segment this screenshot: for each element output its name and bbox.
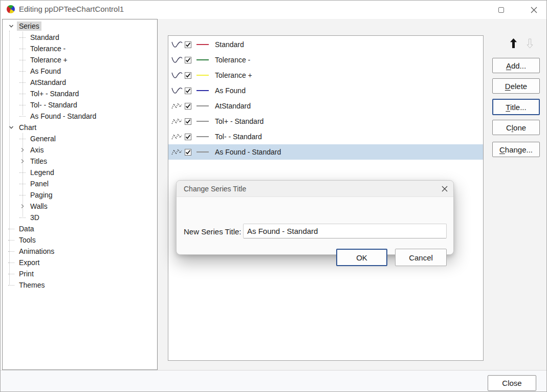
window-titlebar: Editing ppDPTeeChartControl1 <box>1 1 546 19</box>
tree-item-print[interactable]: Print <box>3 268 157 279</box>
tree-item-series[interactable]: Series <box>3 20 157 32</box>
dialog-body: New Series Title: OK Cancel <box>177 197 453 255</box>
series-visible-checkbox[interactable] <box>185 88 191 94</box>
tree-item-as-found-standard[interactable]: As Found - Standard <box>3 111 157 122</box>
series-name: Tolerance - <box>215 56 250 64</box>
series-row-as-found-standard[interactable]: As Found - Standard <box>168 144 483 160</box>
check-icon <box>185 42 191 48</box>
tree-item-as-found[interactable]: As Found <box>3 66 157 77</box>
check-icon <box>185 119 191 124</box>
tree-item-tolerance[interactable]: Tolerance + <box>3 54 157 66</box>
series-row-tol-standard[interactable]: Tol- - Standard <box>168 129 483 144</box>
close-icon <box>442 186 448 192</box>
series-row-tol-standard[interactable]: Tol+ - Standard <box>168 114 483 129</box>
series-name: Tolerance + <box>215 71 252 79</box>
cancel-button[interactable]: Cancel <box>395 249 447 266</box>
tree-item-data[interactable]: Data <box>3 223 157 234</box>
tree-item-label: Tolerance - <box>28 44 68 53</box>
tree-item-label: Tol- - Standard <box>28 100 79 110</box>
tree-item-label: Export <box>17 258 41 267</box>
tree-item-chart[interactable]: Chart <box>3 122 157 133</box>
maximize-button[interactable] <box>491 3 511 17</box>
tree-items: Series Standard Tolerance - Tolerance + … <box>3 19 157 291</box>
check-icon <box>185 134 191 140</box>
series-color-swatch <box>196 75 209 76</box>
move-series-up-button[interactable] <box>506 35 520 51</box>
series-row-tolerance[interactable]: Tolerance + <box>168 68 483 83</box>
series-name: As Found <box>215 86 246 95</box>
series-color-swatch <box>196 151 209 153</box>
title-series-button[interactable]: Title... <box>492 99 540 115</box>
chevron-right-icon[interactable] <box>20 159 25 164</box>
series-row-tolerance[interactable]: Tolerance - <box>168 52 483 68</box>
tree-item-standard[interactable]: Standard <box>3 32 157 43</box>
series-row-atstandard[interactable]: AtStandard <box>168 98 483 114</box>
series-visible-checkbox[interactable] <box>185 72 191 79</box>
tree-connector-stub <box>8 263 14 263</box>
tree-connector-stub <box>19 195 26 195</box>
series-visible-checkbox[interactable] <box>185 149 191 156</box>
tree-connector-stub <box>19 82 26 83</box>
tree-item-label: Themes <box>17 280 47 290</box>
tree-item-general[interactable]: General <box>3 133 157 144</box>
chevron-down-icon[interactable] <box>9 24 14 29</box>
tree-item-walls[interactable]: Walls <box>3 201 157 212</box>
series-row-standard[interactable]: Standard <box>168 37 483 52</box>
ok-button[interactable]: OK <box>336 249 387 266</box>
tree-item-tolerance[interactable]: Tolerance - <box>3 43 157 54</box>
dialog-title: Change Series Title <box>184 185 436 193</box>
series-visible-checkbox[interactable] <box>185 41 191 48</box>
tree-item-atstandard[interactable]: AtStandard <box>3 77 157 88</box>
tree-item-titles[interactable]: Titles <box>3 156 157 167</box>
delete-series-button[interactable]: Delete <box>492 78 540 94</box>
tree-item-label: Tolerance + <box>28 55 70 64</box>
tree-item-label: 3D <box>28 213 41 222</box>
tree-item-label: Legend <box>28 168 56 177</box>
tree-item-axis[interactable]: Axis <box>3 144 157 156</box>
tree-item-paging[interactable]: Paging <box>3 189 157 201</box>
tree-item-tools[interactable]: Tools <box>3 234 157 246</box>
series-visible-checkbox[interactable] <box>185 134 191 140</box>
window-title: Editing ppDPTeeChartControl1 <box>19 5 124 13</box>
series-visible-checkbox[interactable] <box>185 118 191 125</box>
chevron-right-icon[interactable] <box>20 147 25 153</box>
tree-connector-stub <box>8 251 14 252</box>
tree-connector-stub <box>19 217 26 218</box>
window-close-button[interactable] <box>523 3 544 17</box>
teechart-pie-icon <box>7 5 15 13</box>
new-series-title-input[interactable] <box>243 224 447 238</box>
check-icon <box>185 57 191 63</box>
tree-item-themes[interactable]: Themes <box>3 279 157 291</box>
add-series-button[interactable]: Add... <box>492 58 540 73</box>
tree-item-3d[interactable]: 3D <box>3 212 157 223</box>
tree-item-label: Data <box>17 224 36 233</box>
clone-series-button[interactable]: Clone <box>492 120 540 135</box>
fastline-series-zigzag-icon <box>171 148 183 156</box>
line-series-curve-icon <box>171 86 183 95</box>
tree-item-label: Print <box>17 269 36 278</box>
tree-item-tol-standard[interactable]: Tol+ - Standard <box>3 88 157 99</box>
tree-item-export[interactable]: Export <box>3 257 157 268</box>
check-icon <box>185 149 191 155</box>
series-row-as-found[interactable]: As Found <box>168 83 483 98</box>
close-editor-button[interactable]: Close <box>488 375 536 391</box>
series-name: As Found - Standard <box>215 148 281 156</box>
chevron-down-icon[interactable] <box>9 125 14 130</box>
series-name: AtStandard <box>215 102 251 110</box>
check-icon <box>185 88 191 94</box>
dialog-titlebar[interactable]: Change Series Title <box>177 181 453 197</box>
chevron-right-icon[interactable] <box>20 204 25 209</box>
move-series-down-button[interactable] <box>523 36 536 51</box>
tree-item-animations[interactable]: Animations <box>3 246 157 257</box>
tree-connector-stub <box>19 105 26 105</box>
change-series-button[interactable]: Change... <box>492 142 540 157</box>
dialog-close-button[interactable] <box>436 181 453 197</box>
arrow-up-icon <box>510 38 517 49</box>
tree-item-panel[interactable]: Panel <box>3 178 157 189</box>
series-visible-checkbox[interactable] <box>185 57 191 63</box>
tree-item-tol-standard[interactable]: Tol- - Standard <box>3 99 157 111</box>
series-visible-checkbox[interactable] <box>185 103 191 110</box>
tree-item-legend[interactable]: Legend <box>3 167 157 178</box>
tree-item-label: AtStandard <box>28 78 68 87</box>
tree-item-label: Standard <box>28 33 61 42</box>
